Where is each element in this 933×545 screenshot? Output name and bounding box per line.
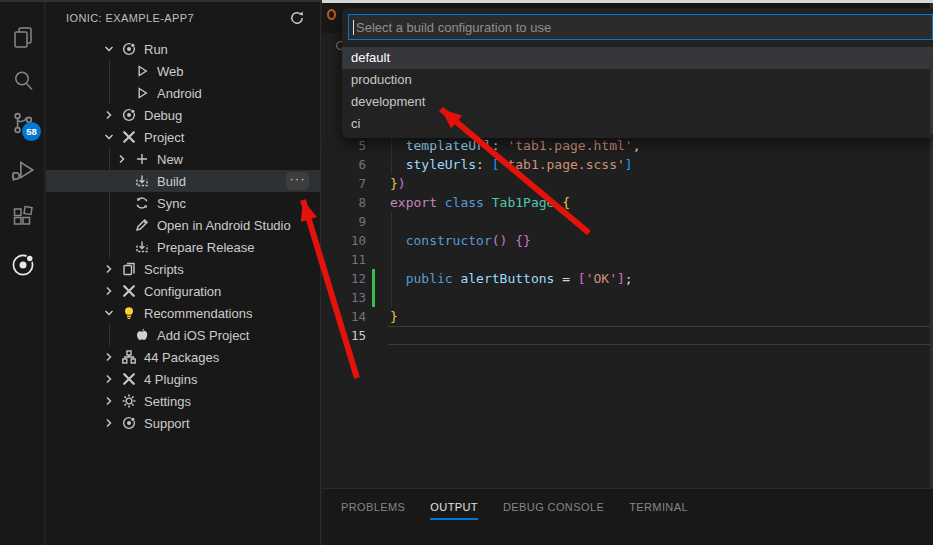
more-actions-button[interactable]: ··· xyxy=(286,172,309,190)
code-line-10: 10 constructor() {} xyxy=(322,231,933,250)
refresh-icon[interactable] xyxy=(286,7,308,29)
code-text: public alertButtons = ['OK']; xyxy=(390,271,633,286)
apple-icon xyxy=(134,327,150,343)
pencil-icon xyxy=(134,217,150,233)
chevron-right-icon[interactable] xyxy=(101,415,117,431)
explorer-icon[interactable] xyxy=(0,17,45,57)
quickpick-placeholder: Select a build configuration to use xyxy=(356,20,551,35)
chevron-right-icon[interactable] xyxy=(114,151,130,167)
line-number: 9 xyxy=(322,214,366,229)
line-number: 15 xyxy=(322,328,366,343)
play-icon xyxy=(134,85,150,101)
chevron-right-icon[interactable] xyxy=(101,393,117,409)
code-line-15: 15 xyxy=(322,326,933,345)
quickpick-item-ci[interactable]: ci xyxy=(342,113,933,135)
tree-item-label: Sync xyxy=(157,196,186,211)
gutter-change-indicator xyxy=(372,269,375,307)
chevron-right-icon[interactable] xyxy=(101,283,117,299)
chevron-down-icon[interactable] xyxy=(101,305,117,321)
line-number: 10 xyxy=(322,233,366,248)
install-icon xyxy=(134,239,150,255)
tree-item-android[interactable]: Android xyxy=(46,82,320,104)
line-number: 5 xyxy=(322,138,366,153)
tree-item-label: New xyxy=(157,152,183,167)
hierarchy-icon xyxy=(121,349,137,365)
play-icon xyxy=(134,63,150,79)
vscode-window: 58 IONIC: EXAMPLE-APP7 RunWebAndroidDebu… xyxy=(0,0,933,545)
chevron-down-icon[interactable] xyxy=(101,41,117,57)
ionic-ring-icon xyxy=(121,41,137,57)
lightbulb-icon xyxy=(121,305,137,321)
top-edge-light xyxy=(322,0,933,3)
ionic-sidebar: IONIC: EXAMPLE-APP7 RunWebAndroidDebugPr… xyxy=(46,0,321,545)
chevron-right-icon[interactable] xyxy=(101,261,117,277)
code-line-8: 8export class Tab1Page { xyxy=(322,193,933,212)
tree-item-run[interactable]: Run xyxy=(46,38,320,60)
tree-item-project[interactable]: Project xyxy=(46,126,320,148)
chevron-right-icon[interactable] xyxy=(101,371,117,387)
tree-item-add-ios-project[interactable]: Add iOS Project xyxy=(46,324,320,346)
tree-item-sync[interactable]: Sync xyxy=(46,192,320,214)
code-text: constructor() {} xyxy=(390,233,531,248)
code-text: styleUrls: ['tab1.page.scss'] xyxy=(390,157,633,172)
tree-item-label: Android xyxy=(157,86,202,101)
code-line-5: 5 templateUrl: 'tab1.page.html', xyxy=(322,136,933,155)
tree-item-label: Open in Android Studio xyxy=(157,218,291,233)
tree-item-settings[interactable]: Settings xyxy=(46,390,320,412)
chevron-down-icon[interactable] xyxy=(101,129,117,145)
code-line-7: 7}) xyxy=(322,174,933,193)
quickpick-item-development[interactable]: development xyxy=(342,91,933,113)
build-configuration-quickpick: Select a build configuration to use defa… xyxy=(342,8,933,138)
code-text: }) xyxy=(390,176,406,191)
ionic-icon[interactable] xyxy=(0,245,45,285)
chevron-right-icon[interactable] xyxy=(101,107,117,123)
code-text: templateUrl: 'tab1.page.html', xyxy=(390,138,640,153)
tree-item-open-in-android-studio[interactable]: Open in Android Studio xyxy=(46,214,320,236)
tree-item-prepare-release[interactable]: Prepare Release xyxy=(46,236,320,258)
tree-item-label: Support xyxy=(144,416,190,431)
tree-item-label: Web xyxy=(157,64,184,79)
tree-item-build[interactable]: Build··· xyxy=(46,170,320,192)
tree-item-debug[interactable]: Debug xyxy=(46,104,320,126)
tree-item-web[interactable]: Web xyxy=(46,60,320,82)
tree-item-label: Debug xyxy=(144,108,182,123)
chevron-spacer xyxy=(114,85,130,101)
run-debug-icon[interactable] xyxy=(0,150,45,190)
panel-tab-terminal[interactable]: TERMINAL xyxy=(629,498,688,520)
line-number: 7 xyxy=(322,176,366,191)
tree-item-new[interactable]: New xyxy=(46,148,320,170)
quickpick-item-default[interactable]: default xyxy=(342,47,933,69)
quickpick-item-production[interactable]: production xyxy=(342,69,933,91)
panel-tab-debug-console[interactable]: DEBUG CONSOLE xyxy=(503,498,604,520)
search-icon[interactable] xyxy=(0,60,45,100)
chevron-spacer xyxy=(114,217,130,233)
tree-item-label: 4 Plugins xyxy=(144,372,197,387)
tree-item-label: Settings xyxy=(144,394,191,409)
line-number: 13 xyxy=(322,290,366,305)
code-indent-guide xyxy=(391,212,392,307)
extensions-icon[interactable] xyxy=(0,196,45,236)
code-line-12: 12 public alertButtons = ['OK']; xyxy=(322,269,933,288)
tree-item-configuration[interactable]: Configuration xyxy=(46,280,320,302)
chevron-spacer xyxy=(114,195,130,211)
quickpick-input[interactable]: Select a build configuration to use xyxy=(348,14,933,40)
tools-icon xyxy=(121,283,137,299)
tree-item-scripts[interactable]: Scripts xyxy=(46,258,320,280)
sync-icon xyxy=(134,195,150,211)
tools-icon xyxy=(121,129,137,145)
tree-item-4-plugins[interactable]: 4 Plugins xyxy=(46,368,320,390)
tree-item-support[interactable]: Support xyxy=(46,412,320,434)
tree-item-44-packages[interactable]: 44 Packages xyxy=(46,346,320,368)
tree-item-recommendations[interactable]: Recommendations xyxy=(46,302,320,324)
code-line-14: 14} xyxy=(322,307,933,326)
panel-tab-output[interactable]: OUTPUT xyxy=(430,498,478,520)
line-number: 6 xyxy=(322,157,366,172)
panel-tab-problems[interactable]: PROBLEMS xyxy=(341,498,405,520)
chevron-right-icon[interactable] xyxy=(101,349,117,365)
tree-item-label: Add iOS Project xyxy=(157,328,250,343)
tree-item-label: Prepare Release xyxy=(157,240,255,255)
line-number: 8 xyxy=(322,195,366,210)
line-number: 14 xyxy=(322,309,366,324)
tree-item-label: Run xyxy=(144,42,168,57)
chevron-spacer xyxy=(114,239,130,255)
